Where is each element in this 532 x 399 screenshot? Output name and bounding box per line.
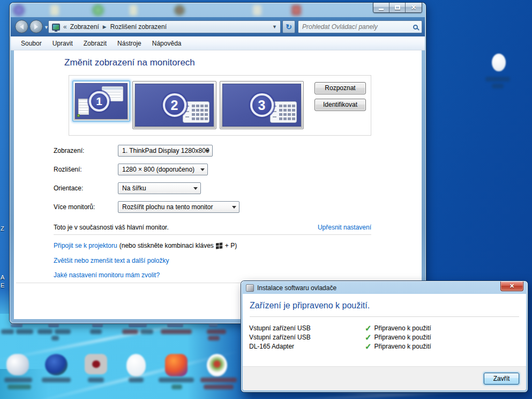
back-button[interactable] [15,20,28,33]
breadcrumb-collapse[interactable]: « [63,23,67,31]
desktop-icon[interactable] [85,354,107,374]
window-titlebar[interactable] [11,3,425,17]
minimize-button[interactable] [373,3,389,12]
multiple-displays-field-label: Více monitorů: [54,203,95,211]
desktop-icon-label [38,329,53,334]
keypad-icon [183,101,209,123]
desktop-icon-dot [92,360,100,368]
address-dropdown-icon[interactable]: ▼ [272,24,277,29]
breadcrumb-item-rozliseni[interactable]: Rozlišení zobrazení [110,23,167,31]
desktop-icon-label [42,378,71,382]
desktop-icon-label [200,378,237,382]
dialog-heading: Zařízení je připraveno k použití. [250,301,370,311]
refresh-button[interactable]: ↻ [282,20,295,33]
monitor-help-link[interactable]: Jaké nastavení monitoru mám zvolit? [54,271,160,279]
display-select[interactable]: 1. ThinkPad Display 1280x800 [118,145,213,157]
device-status: Připraveno k použití [374,343,431,350]
desktop-icon-label [1,329,14,334]
desktop-icon-label [90,329,102,334]
check-icon: ✓ [365,342,372,351]
navigation-bar: ▼ « Zobrazení ▶ Rozlišení zobrazení ▼ ↻ [11,17,425,36]
glass-reflection-blob [50,5,59,16]
monitor-3[interactable]: 3 [220,81,304,129]
desktop-icon-label [8,385,31,389]
desktop-icon[interactable] [6,354,29,375]
monitor-number-badge: 1 [89,91,109,112]
monitor-2-screen: 2 [135,84,214,127]
menu-nastroje[interactable]: Nástroje [112,38,147,49]
orientation-select[interactable]: Na šířku [118,182,201,194]
advanced-settings-link[interactable]: Upřesnit nastavení [318,224,371,231]
search-input[interactable] [302,23,410,31]
desktop-edge-label: A [1,274,6,280]
dialog-titlebar[interactable]: Instalace softwaru ovladače [242,282,527,294]
desktop-edge-label: E [1,282,6,289]
device-name: DL-165 Adapter [249,343,365,350]
desktop-icon[interactable] [126,354,146,376]
desktop-icon-label [159,378,194,382]
desktop-icon-label [4,378,32,382]
close-icon: ✕ [411,4,416,11]
page-title: Změnit zobrazení na monitorech [64,57,195,68]
divider [54,234,371,235]
address-bar[interactable]: « Zobrazení ▶ Rozlišení zobrazení ▼ [48,20,281,33]
desktop-icon[interactable] [492,54,506,71]
resolution-select[interactable]: 1280 × 800 (doporučeno) [118,164,208,175]
menu-napoveda[interactable]: Nápověda [147,38,187,49]
desktop-icon-label [204,385,234,389]
desktop-icon-label [16,329,33,334]
desktop-icon-label [485,77,510,82]
dialog-footer: Zavřít [243,366,526,390]
glass-reflection-blob [13,4,25,16]
device-name: Vstupní zařízení USB [249,334,365,341]
desktop-icon[interactable] [45,354,68,375]
menu-bar: Soubor Upravit Zobrazit Nástroje Nápověd… [11,36,425,50]
display-field-label: Zobrazení: [54,147,84,154]
dialog-close-button[interactable]: ✕ [500,282,523,291]
forward-icon [34,24,38,29]
menu-soubor[interactable]: Soubor [16,38,47,49]
monitor-2[interactable]: 2 [132,81,216,129]
display-settings-icon [52,24,60,31]
identify-button[interactable]: Identifikovat [314,99,366,111]
monitor-1-screen: 1 [75,83,128,119]
desktop-icon-label [171,385,182,389]
back-icon [20,24,24,29]
desktop-icon[interactable] [207,354,227,376]
refresh-icon: ↻ [286,23,292,31]
check-icon: ✓ [365,323,372,333]
connect-projector-link[interactable]: Připojit se k projektoru [54,242,117,249]
close-button[interactable]: ✕ [406,3,422,12]
device-status: Připraveno k použití [374,334,431,341]
detect-button[interactable]: Rozpoznat [314,82,366,94]
dialog-body: Zařízení je připraveno k použití. Vstupn… [243,294,526,390]
menu-zobrazit[interactable]: Zobrazit [78,38,112,49]
monitor-1-selected[interactable]: 1 [72,80,130,122]
dialog-title: Instalace softwaru ovladače [257,284,336,292]
desktop-icon[interactable] [165,354,188,376]
breadcrumb-item-zobrazeni[interactable]: Zobrazení [70,23,99,31]
orientation-select-value: Na šířku [122,184,146,192]
desktop-icon-label [122,329,138,334]
resolution-select-value: 1280 × 800 (doporučeno) [122,166,194,173]
resize-text-link[interactable]: Zvětšit nebo zmenšit text a další položk… [54,257,169,264]
maximize-button[interactable] [389,3,406,12]
projector-shortcut-text: (nebo stiskněte kombinaci kláves [119,242,214,249]
monitor-3-screen: 3 [222,84,301,127]
search-box [298,20,422,33]
keypad-icon [270,101,297,123]
forward-button[interactable] [29,20,43,33]
zavrit-button[interactable]: Zavřít [484,373,519,385]
glass-reflection-blob [253,5,261,16]
glass-reflection-blob [130,5,137,16]
desktop-icon-label [492,84,504,88]
search-icon[interactable] [413,25,418,29]
monitor-thumbnail-document [78,99,89,115]
chevron-down-icon [193,187,198,190]
breadcrumb-separator-icon: ▶ [103,24,107,29]
multiple-displays-select[interactable]: Rozšířit plochu na tento monitor [118,201,239,213]
desktop-icon-label [208,336,220,341]
monitor-thumbnail-start-icon [77,114,80,117]
menu-upravit[interactable]: Upravit [47,38,78,49]
monitor-number-badge: 2 [163,93,186,117]
